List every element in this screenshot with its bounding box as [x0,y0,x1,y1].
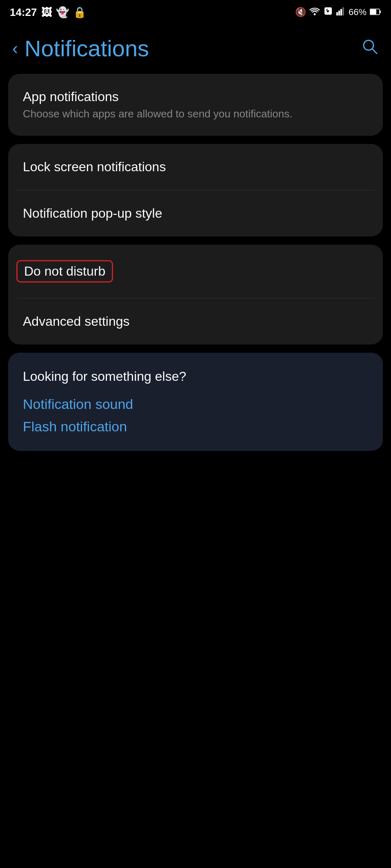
looking-section: Looking for something else? Notification… [8,353,383,451]
advanced-settings-title: Advanced settings [23,314,368,329]
svg-rect-6 [370,9,376,14]
call-wifi-icon [323,7,333,18]
battery-icon [370,7,381,18]
search-icon[interactable] [361,38,379,60]
notification-popup-title: Notification pop-up style [23,206,368,221]
page-title: Notifications [24,35,149,62]
notification-popup-item[interactable]: Notification pop-up style [8,190,383,236]
svg-line-9 [372,49,377,54]
flash-notification-link[interactable]: Flash notification [23,419,368,435]
dnd-advanced-card: Do not disturb Advanced settings [8,245,383,345]
looking-title: Looking for something else? [23,369,368,384]
app-notifications-subtitle: Choose which apps are allowed to send yo… [23,108,368,120]
svg-point-8 [364,40,373,50]
header: ‹ Notifications [0,23,391,70]
lock-icon: 🔒 [73,6,86,19]
photo-icon: 🖼 [41,6,52,19]
advanced-settings-item[interactable]: Advanced settings [8,298,383,345]
svg-point-0 [313,13,315,15]
dnd-highlight-box: Do not disturb [16,260,113,283]
snapchat-icon: 👻 [56,6,69,19]
status-time: 14:27 [10,6,37,19]
lock-screen-title: Lock screen notifications [23,159,368,174]
app-notifications-item[interactable]: App notifications Choose which apps are … [8,74,383,136]
svg-rect-7 [380,11,381,13]
svg-rect-2 [338,11,340,15]
svg-rect-3 [340,9,342,15]
status-bar-left: 14:27 🖼 👻 🔒 [10,6,86,19]
status-bar-right: 🔇 66% [295,7,381,18]
status-bar: 14:27 🖼 👻 🔒 🔇 66% [0,0,391,23]
lock-popup-card: Lock screen notifications Notification p… [8,144,383,236]
back-button[interactable]: ‹ [12,40,18,57]
do-not-disturb-item[interactable]: Do not disturb [8,245,383,298]
notification-sound-link[interactable]: Notification sound [23,396,368,412]
svg-rect-4 [342,7,344,15]
app-notifications-title: App notifications [23,89,368,104]
svg-rect-1 [336,12,338,15]
battery-percent: 66% [349,7,367,18]
mute-icon: 🔇 [295,7,306,18]
lock-screen-item[interactable]: Lock screen notifications [8,144,383,190]
wifi-icon [309,7,320,18]
app-notifications-card[interactable]: App notifications Choose which apps are … [8,74,383,136]
do-not-disturb-title: Do not disturb [24,264,105,279]
signal-icon [336,7,345,18]
